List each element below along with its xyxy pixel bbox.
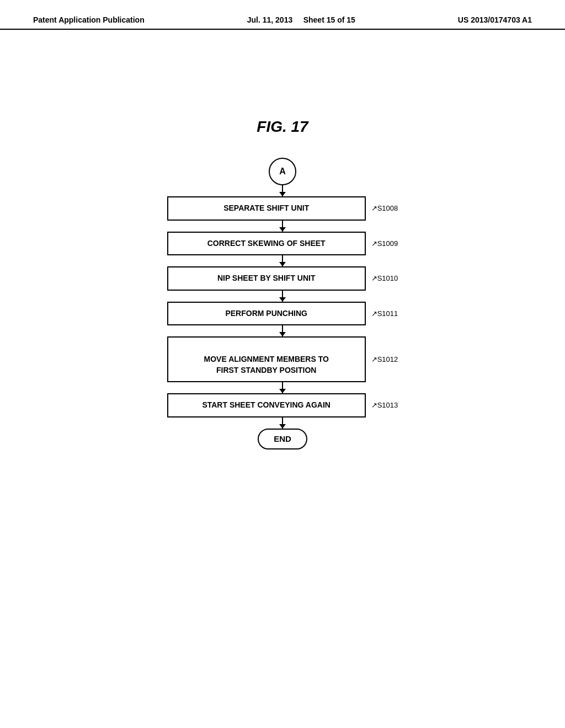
step-s1010-ref: ↗S1010 xyxy=(371,274,398,282)
step-s1009-label: CORRECT SKEWING OF SHEET xyxy=(207,239,326,248)
step-s1008-box: SEPARATE SHIFT UNIT xyxy=(167,196,366,221)
figure-title: FIG. 17 xyxy=(0,118,565,136)
arrow-1 xyxy=(282,185,283,196)
header-date: Jul. 11, 2013 xyxy=(247,15,293,24)
step-s1009-ref: ↗S1009 xyxy=(371,239,398,248)
flowchart: A SEPARATE SHIFT UNIT ↗S1008 CORRECT SKE… xyxy=(0,158,565,449)
arrow-5 xyxy=(282,325,283,336)
arrow-3 xyxy=(282,255,283,266)
step-s1013-label: START SHEET CONVEYING AGAIN xyxy=(202,400,331,409)
header-publication-label: Patent Application Publication xyxy=(33,15,145,24)
step-s1008-ref: ↗S1008 xyxy=(371,204,398,212)
header-patent-number: US 2013/0174703 A1 xyxy=(458,15,532,24)
step-s1012-label: MOVE ALIGNMENT MEMBERS TO FIRST STANDBY … xyxy=(204,355,329,374)
step-s1012-box: MOVE ALIGNMENT MEMBERS TO FIRST STANDBY … xyxy=(167,336,366,382)
arrow-2 xyxy=(282,221,283,232)
step-s1009-wrapper: CORRECT SKEWING OF SHEET ↗S1009 xyxy=(167,232,398,256)
step-s1008-wrapper: SEPARATE SHIFT UNIT ↗S1008 xyxy=(167,196,398,221)
step-s1011-wrapper: PERFORM PUNCHING ↗S1011 xyxy=(167,302,398,326)
step-s1010-wrapper: NIP SHEET BY SHIFT UNIT ↗S1010 xyxy=(167,266,398,291)
step-s1011-label: PERFORM PUNCHING xyxy=(225,309,307,318)
start-node: A xyxy=(269,158,296,185)
arrow-4 xyxy=(282,291,283,302)
step-s1010-label: NIP SHEET BY SHIFT UNIT xyxy=(217,274,316,282)
step-s1011-ref: ↗S1011 xyxy=(371,309,398,318)
arrow-7 xyxy=(282,417,283,429)
step-s1010-box: NIP SHEET BY SHIFT UNIT xyxy=(167,266,366,291)
page-header: Patent Application Publication Jul. 11, … xyxy=(0,0,565,30)
arrow-6 xyxy=(282,382,283,393)
header-sheet: Sheet 15 of 15 xyxy=(303,15,355,24)
step-s1009-box: CORRECT SKEWING OF SHEET xyxy=(167,232,366,256)
step-s1011-box: PERFORM PUNCHING xyxy=(167,302,366,326)
step-s1013-wrapper: START SHEET CONVEYING AGAIN ↗S1013 xyxy=(167,393,398,417)
step-s1013-box: START SHEET CONVEYING AGAIN xyxy=(167,393,366,417)
end-node-label: END xyxy=(274,434,291,443)
step-s1013-ref: ↗S1013 xyxy=(371,401,398,409)
step-s1012-wrapper: MOVE ALIGNMENT MEMBERS TO FIRST STANDBY … xyxy=(167,336,398,382)
header-date-sheet: Jul. 11, 2013 Sheet 15 of 15 xyxy=(247,15,355,24)
step-s1012-ref: ↗S1012 xyxy=(371,355,398,363)
step-s1008-label: SEPARATE SHIFT UNIT xyxy=(223,204,309,212)
end-node: END xyxy=(258,429,307,449)
